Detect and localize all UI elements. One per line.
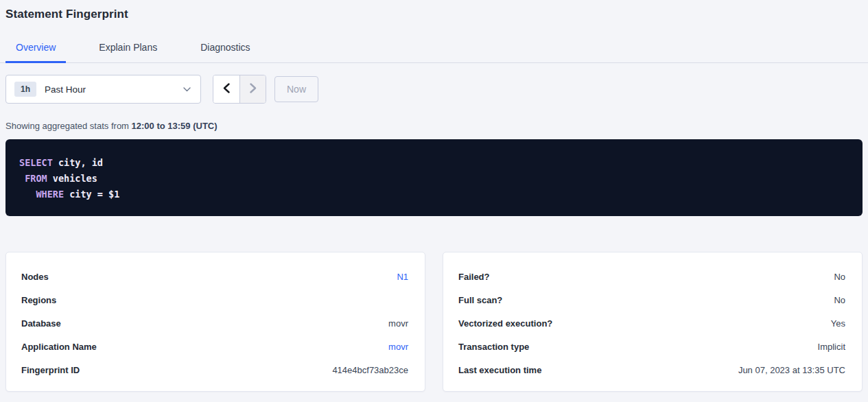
sql-keyword: SELECT — [19, 157, 53, 168]
stat-value: Jun 07, 2023 at 13:35 UTC — [738, 365, 845, 375]
page-title: Statement Fingerprint — [5, 0, 863, 21]
aggregated-stats-range: 12:00 to 13:59 (UTC) — [132, 121, 218, 131]
stat-value: No — [834, 295, 845, 305]
stat-value: 414e4bcf73ab23ce — [332, 365, 408, 375]
stat-row-failed: Failed? No — [458, 265, 845, 288]
sql-line: SELECT city, id — [19, 155, 849, 171]
chevron-down-icon — [183, 87, 191, 92]
stat-label: Failed? — [458, 272, 490, 282]
sql-keyword: WHERE — [36, 189, 64, 200]
time-picker-row: 1h Past Hour Now — [5, 75, 863, 104]
aggregated-stats-prefix: Showing aggregated stats from — [5, 121, 132, 131]
application-name-link[interactable]: movr — [388, 342, 408, 352]
tab-bar: Overview Explain Plans Diagnostics — [0, 38, 868, 63]
stat-label: Nodes — [21, 272, 49, 282]
nodes-link[interactable]: N1 — [397, 272, 408, 282]
summary-cards: Nodes N1 Regions Database movr Applicati… — [5, 252, 863, 392]
stat-label: Regions — [21, 295, 56, 305]
now-button[interactable]: Now — [274, 76, 318, 102]
stat-value: Yes — [831, 318, 845, 329]
stat-value: movr — [388, 318, 408, 329]
stat-row-regions: Regions — [21, 288, 408, 311]
sql-line: WHERE city = $1 — [19, 187, 849, 202]
time-range-label: Past Hour — [45, 84, 86, 95]
time-pager — [213, 75, 266, 104]
stat-row-vectorized-execution: Vectorized execution? Yes — [458, 311, 845, 335]
time-range-dropdown[interactable]: 1h Past Hour — [5, 75, 201, 104]
stat-row-last-execution-time: Last execution time Jun 07, 2023 at 13:3… — [458, 358, 845, 381]
previous-time-button[interactable] — [213, 75, 239, 103]
next-time-button[interactable] — [239, 75, 266, 103]
chevron-left-icon — [223, 83, 230, 95]
stat-label: Fingerprint ID — [21, 365, 80, 375]
stat-label: Full scan? — [458, 295, 502, 305]
aggregated-stats-text: Showing aggregated stats from 12:00 to 1… — [5, 121, 863, 131]
stat-label: Transaction type — [458, 342, 529, 352]
stat-value: Implicit — [818, 342, 845, 352]
stat-label: Vectorized execution? — [458, 318, 552, 329]
stat-label: Application Name — [21, 342, 97, 352]
stat-row-database: Database movr — [21, 311, 408, 335]
execution-attributes-card: Failed? No Full scan? No Vectorized exec… — [443, 252, 863, 392]
chevron-right-icon — [250, 83, 257, 95]
sql-keyword: FROM — [25, 173, 47, 184]
time-range-badge: 1h — [14, 82, 36, 97]
stat-row-full-scan: Full scan? No — [458, 288, 845, 311]
stat-value: No — [834, 272, 845, 282]
tab-overview[interactable]: Overview — [5, 38, 66, 63]
stat-row-nodes: Nodes N1 — [21, 265, 408, 288]
sql-statement-box: SELECT city, id FROM vehicles WHERE city… — [5, 139, 863, 216]
stat-row-application-name: Application Name movr — [21, 335, 408, 358]
stat-row-transaction-type: Transaction type Implicit — [458, 335, 845, 358]
statement-details-card: Nodes N1 Regions Database movr Applicati… — [5, 252, 425, 392]
stat-label: Database — [21, 318, 61, 329]
stat-label: Last execution time — [458, 365, 541, 375]
sql-line: FROM vehicles — [19, 171, 849, 187]
tab-explain-plans[interactable]: Explain Plans — [89, 38, 167, 63]
tab-diagnostics[interactable]: Diagnostics — [190, 38, 260, 63]
stat-row-fingerprint-id: Fingerprint ID 414e4bcf73ab23ce — [21, 358, 408, 381]
